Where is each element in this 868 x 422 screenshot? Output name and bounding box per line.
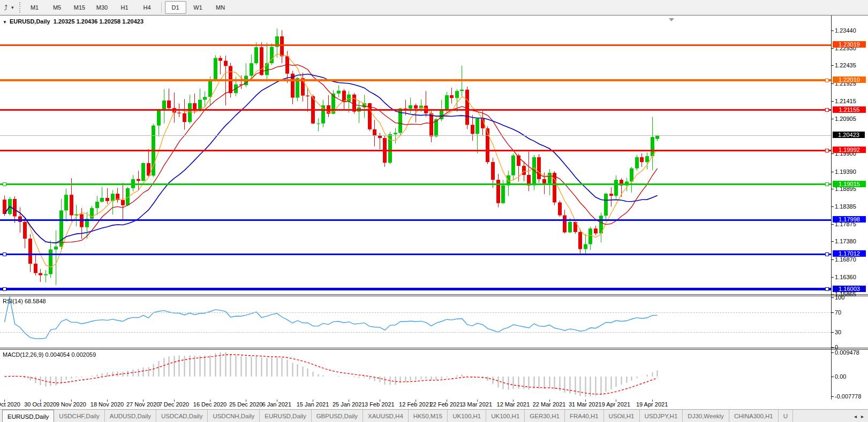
rsi-canvas[interactable] [0, 296, 831, 348]
date-label: 12 Mar 2021 [497, 401, 530, 408]
chart-tab-usdjpy-h1[interactable]: USDJPY,H1 [640, 410, 683, 422]
timeframe-button-d1[interactable]: D1 [165, 1, 186, 14]
price-tick-mark [831, 294, 834, 295]
price-tick-label: 1.21415 [835, 98, 856, 104]
date-label: 7 Dec 2020 [159, 401, 189, 408]
price-tick-mark [831, 154, 834, 154]
timeframe-button-h1[interactable]: H1 [114, 1, 135, 14]
hline-handle[interactable] [825, 287, 829, 291]
toolbar-separator [161, 2, 162, 13]
chart-shift-marker[interactable] [669, 18, 674, 21]
hline-handle[interactable] [3, 182, 6, 186]
hline-1.23019[interactable] [0, 44, 831, 46]
hline-1.17998[interactable] [0, 219, 831, 221]
hline-price-label: 1.19015 [833, 181, 866, 187]
chart-tab-gbpusd-daily[interactable]: GBPUSD,Daily [312, 410, 363, 422]
price-tick-label: 1.16360 [835, 274, 856, 280]
macd-tick-mark [831, 396, 834, 397]
chart-tab-usdchf-daily[interactable]: USDCHF,Daily [54, 410, 104, 422]
hline-1.16003[interactable] [0, 288, 831, 290]
price-tick-mark [831, 48, 834, 49]
chart-title[interactable]: ▼EURUSD,Daily 1.20325 1.20436 1.20258 1.… [3, 18, 144, 25]
rsi-level-70 [0, 312, 831, 313]
chart-tab-usdcad-daily[interactable]: USDCAD,Daily [156, 410, 208, 422]
chart-tab-usdcnh-daily[interactable]: USDCNH,Daily [208, 410, 260, 422]
tab-scroll-arrows: ◂▸ [850, 410, 868, 422]
chart-tab-u[interactable]: U [779, 410, 793, 422]
price-tick-mark [831, 65, 834, 66]
date-label: 19 Apr 2021 [636, 401, 668, 408]
price-chart-canvas[interactable] [0, 17, 831, 293]
chart-tab-uk100-h1[interactable]: UK100,H1 [486, 410, 525, 422]
hline-handle[interactable] [825, 79, 829, 82]
timeframe-button-m15[interactable]: M15 [69, 1, 90, 14]
symbol-dropdown-icon[interactable]: ▼ [3, 20, 7, 25]
hline-handle[interactable] [825, 182, 829, 186]
date-label: 6 Jan 2021 [262, 401, 291, 408]
chart-tab-china300-h1[interactable]: CHINA300,H1 [729, 410, 779, 422]
timeframe-button-m1[interactable]: M1 [24, 1, 46, 14]
price-tick-label: 1.19390 [835, 168, 856, 175]
rsi-pane: RSI(14) 68.5848 10070300 [0, 296, 868, 348]
price-pane: ▼EURUSD,Daily 1.20325 1.20436 1.20258 1.… [0, 17, 868, 293]
hline-1.19015[interactable] [0, 183, 831, 185]
date-label: 22 Mar 2021 [533, 401, 566, 408]
chart-tab-eurusd-daily[interactable]: EURUSD,Daily [2, 410, 54, 422]
rsi-tick-mark [831, 312, 834, 313]
timeframe-button-w1[interactable]: W1 [187, 1, 209, 14]
rsi-tick-mark [831, 297, 834, 298]
chart-tab-fra40-h1[interactable]: FRA40,H1 [565, 410, 604, 422]
date-label: 3 Mar 2021 [462, 401, 492, 408]
chevron-down-icon[interactable]: ▾ [11, 5, 14, 10]
macd-tick-mark [831, 352, 834, 353]
indicator-tool-icon[interactable]: ⤴ [1, 3, 11, 12]
rsi-level-30 [0, 332, 831, 333]
date-axis[interactable]: 21 Oct 202030 Oct 20209 Nov 202018 Nov 2… [0, 400, 868, 409]
chart-tab-eurusd-daily[interactable]: EURUSD,Daily [260, 410, 311, 422]
hline-handle[interactable] [3, 287, 6, 291]
hline-price-label: 1.17012 [833, 250, 866, 257]
date-label: 27 Nov 2020 [126, 401, 160, 408]
chart-tab-audusd-daily[interactable]: AUDUSD,Daily [105, 410, 156, 422]
hline-handle[interactable] [825, 149, 829, 152]
date-label: 3 Feb 2021 [365, 401, 395, 408]
hline-handle[interactable] [3, 252, 6, 256]
chart-tab-uk100-h1[interactable]: UK100,H1 [448, 410, 486, 422]
chart-tab-usoil-h1[interactable]: USOil,H1 [604, 410, 640, 422]
hline-price-label: 1.21155 [833, 106, 866, 113]
chart-tab-xauusd-h4[interactable]: XAUUSD,H4 [363, 410, 409, 422]
date-label: 31 Mar 2021 [569, 401, 602, 408]
price-axis-border [831, 16, 832, 400]
price-tick-mark [831, 189, 834, 189]
rsi-tick-label: 30 [835, 329, 841, 335]
date-label: 9 Apr 2021 [602, 401, 630, 408]
timeframe-button-m30[interactable]: M30 [92, 1, 113, 14]
timeframe-toolbar: ⤴ ▾ M1M5M15M30H1H4D1W1MN [0, 0, 868, 16]
date-label: 9 Nov 2020 [56, 401, 86, 408]
timeframe-button-mn[interactable]: MN [210, 1, 231, 14]
hline-price-label: 1.22010 [833, 76, 866, 83]
chart-tab-hk50-m15[interactable]: HK50,M15 [409, 410, 448, 422]
chart-tab-dj30-weekly[interactable]: DJ30,Weekly [683, 410, 729, 422]
hline-1.21155[interactable] [0, 109, 831, 111]
hline-1.17012[interactable] [0, 254, 831, 255]
macd-tick-mark [831, 377, 834, 377]
date-label: 25 Jan 2021 [333, 401, 365, 408]
date-label: 30 Oct 2020 [24, 401, 56, 408]
macd-canvas[interactable] [0, 350, 831, 400]
hline-1.19992[interactable] [0, 150, 831, 151]
macd-label: MACD(12,26,9) 0.004054 0.002059 [3, 351, 96, 358]
rsi-tick-label: 100 [835, 294, 844, 301]
chart-tab-ger30-h1[interactable]: GER30,H1 [525, 410, 565, 422]
hline-handle[interactable] [825, 252, 829, 256]
hline-handle[interactable] [825, 108, 829, 112]
tab-scroll-right-icon[interactable]: ▸ [861, 413, 864, 419]
tab-scroll-left-icon[interactable]: ◂ [854, 413, 857, 419]
timeframe-button-m5[interactable]: M5 [47, 1, 68, 14]
toolbar-grip[interactable] [19, 2, 20, 13]
price-tick-label: 1.20905 [835, 116, 856, 122]
timeframe-button-h4[interactable]: H4 [137, 1, 158, 14]
price-tick-mark [831, 172, 834, 172]
hline-1.22010[interactable] [0, 79, 831, 81]
chart-tab-bar: EURUSD,DailyUSDCHF,DailyAUDUSD,DailyUSDC… [0, 409, 868, 422]
